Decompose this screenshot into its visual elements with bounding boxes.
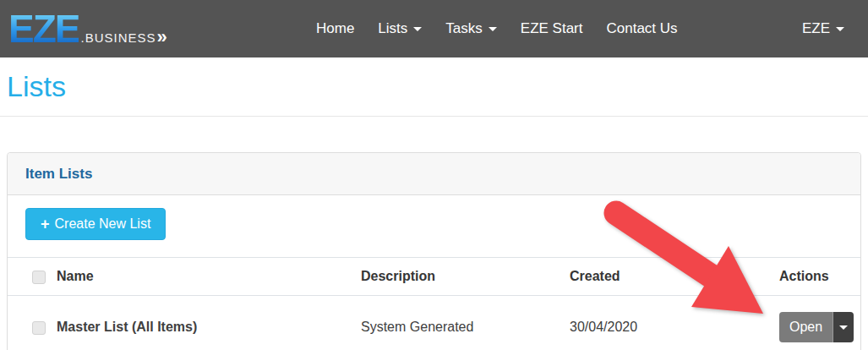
title-divider	[0, 116, 868, 117]
nav-item-label: Lists	[378, 20, 407, 37]
column-header-description: Description	[351, 258, 560, 296]
brand-chevrons-icon: »	[157, 30, 167, 45]
list-actions-cell: Open	[769, 296, 860, 350]
brand-logo[interactable]: EZE .BUSINESS »	[8, 13, 167, 45]
column-header-created: Created	[560, 258, 769, 296]
brand-name: EZE	[8, 13, 79, 45]
list-name-cell: Master List (All Items)	[46, 296, 351, 350]
page: EZE .BUSINESS » Home Lists Tasks EZE Sta…	[0, 0, 868, 350]
nav-item-tasks[interactable]: Tasks	[434, 0, 508, 57]
item-lists-table: Name Description Created Actions Master …	[8, 257, 860, 350]
nav-item-label: Home	[316, 20, 354, 37]
list-description-cell: System Generated	[351, 296, 560, 350]
chevron-down-icon	[836, 27, 844, 31]
open-split-button: Open	[779, 312, 854, 342]
table-header-row: Name Description Created Actions	[8, 258, 860, 296]
nav-user-menu-label: EZE	[802, 20, 830, 37]
nav-item-label: EZE Start	[521, 20, 583, 37]
nav-item-label: Contact Us	[606, 20, 677, 37]
column-header-name: Name	[46, 258, 351, 296]
column-header-actions: Actions	[769, 258, 860, 296]
select-all-checkbox[interactable]	[32, 271, 46, 284]
chevron-down-icon	[413, 27, 422, 31]
chevron-down-icon	[839, 325, 848, 330]
nav-item-contact-us[interactable]: Contact Us	[594, 0, 689, 57]
create-new-list-button[interactable]: + Create New List	[25, 208, 166, 240]
brand-suffix: .BUSINESS	[80, 30, 156, 45]
nav-user-menu[interactable]: EZE	[790, 0, 856, 57]
open-button[interactable]: Open	[779, 312, 833, 342]
nav-item-home[interactable]: Home	[304, 0, 366, 57]
panel-header: Item Lists	[8, 153, 860, 195]
main-nav: Home Lists Tasks EZE Start Contact Us	[304, 0, 690, 57]
nav-item-eze-start[interactable]: EZE Start	[509, 0, 595, 57]
nav-right: EZE	[790, 0, 856, 57]
top-navbar: EZE .BUSINESS » Home Lists Tasks EZE Sta…	[0, 0, 868, 57]
nav-item-lists[interactable]: Lists	[366, 0, 434, 57]
nav-item-label: Tasks	[445, 20, 482, 37]
plus-icon: +	[41, 216, 50, 233]
chevron-down-icon	[489, 27, 497, 31]
row-checkbox[interactable]	[32, 321, 46, 335]
open-dropdown-toggle[interactable]	[833, 312, 854, 342]
panel-body: + Create New List Name Description Creat…	[8, 195, 860, 350]
create-new-list-label: Create New List	[55, 216, 151, 232]
page-title: Lists	[7, 69, 66, 103]
panel-title: Item Lists	[25, 166, 92, 183]
table-row: Master List (All Items) System Generated…	[8, 296, 860, 350]
list-created-cell: 30/04/2020	[560, 296, 769, 350]
item-lists-panel: Item Lists + Create New List Name Des	[7, 152, 861, 350]
